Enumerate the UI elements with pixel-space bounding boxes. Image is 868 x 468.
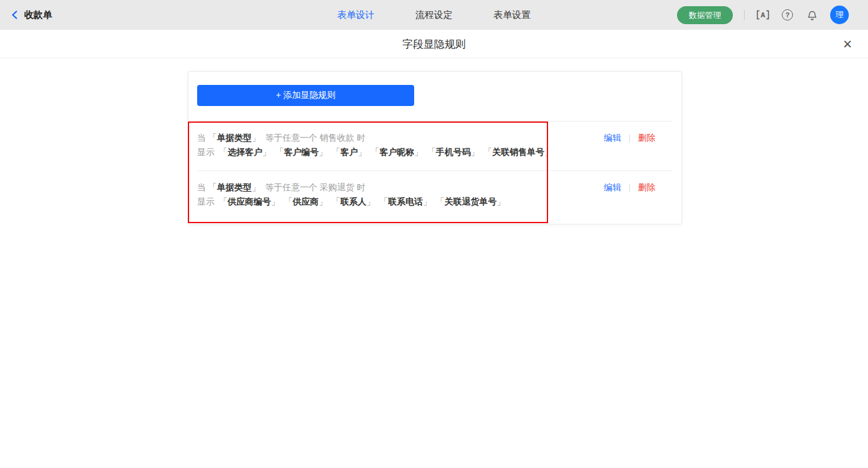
- rule-actions: 编辑 删除: [604, 180, 655, 193]
- card-top: + 添加显隐规则: [188, 72, 681, 121]
- condition-prefix: 当: [197, 182, 208, 192]
- divider: [629, 184, 630, 192]
- bracket: 「: [332, 147, 340, 157]
- document-title: 收款单: [24, 9, 52, 21]
- bracket: 「: [379, 196, 388, 206]
- bracket: 」: [319, 196, 327, 206]
- shown-field: 「选择客户」: [219, 147, 271, 157]
- bracket: 」: [423, 196, 432, 206]
- bracket: 」: [497, 196, 505, 206]
- shown-field: 「关联销售单号」: [484, 147, 553, 157]
- bracket: 「: [427, 147, 436, 157]
- shown-field-name: 客户昵称: [379, 147, 414, 157]
- tab-flow-settings[interactable]: 流程设定: [415, 9, 453, 21]
- shown-field-name: 供应商编号: [228, 196, 271, 206]
- shown-field-name: 手机号码: [436, 147, 471, 157]
- bracket: 」: [319, 147, 327, 157]
- bracket: 」: [471, 147, 479, 157]
- shown-field-name: 客户编号: [284, 147, 319, 157]
- condition-operator-value: 等于任意一个 采购退货 时: [260, 182, 366, 192]
- condition-operator-value: 等于任意一个 销售收款 时: [260, 133, 366, 143]
- modal-title: 字段显隐规则: [402, 37, 466, 51]
- user-avatar[interactable]: 理: [830, 6, 849, 24]
- add-rule-button[interactable]: + 添加显隐规则: [197, 85, 414, 106]
- divider: [629, 135, 630, 143]
- shown-field: 「手机号码」: [427, 147, 479, 157]
- tab-form-design[interactable]: 表单设计: [337, 9, 374, 21]
- close-icon[interactable]: ✕: [843, 38, 852, 50]
- bracket: 」: [252, 133, 260, 143]
- bracket: 「: [484, 147, 492, 157]
- rule-condition-line: 当 「单据类型」 等于任意一个 采购退货 时: [197, 180, 505, 195]
- condition-field-name: 单据类型: [217, 133, 252, 143]
- shown-field-name: 客户: [340, 147, 358, 157]
- shown-field-name: 选择客户: [228, 147, 262, 157]
- rule-row: 当 「单据类型」 等于任意一个 采购退货 时 显示「供应商编号」「供应商」「联系…: [197, 170, 673, 220]
- chevron-left-icon: [10, 10, 20, 20]
- translate-icon[interactable]: A: [756, 8, 769, 22]
- topbar-left: 收款单: [0, 9, 52, 21]
- bracket: 「: [275, 147, 284, 157]
- topbar: 收款单 表单设计 流程设定 表单设置 数据管理 A ? 理: [0, 0, 868, 30]
- bracket: 」: [271, 196, 280, 206]
- bracket: 」: [262, 147, 271, 157]
- rules-card: + 添加显隐规则 当 「单据类型」 等于任意一个 销售收款 时 显示「选择客户」…: [188, 71, 682, 224]
- shown-field: 「客户」: [332, 147, 366, 157]
- rule-show-fields-line: 显示「选择客户」「客户编号」「客户」「客户昵称」「手机号码」「关联销售单号」: [197, 145, 553, 159]
- question-mark-icon: ?: [782, 9, 793, 20]
- bracket: 」: [358, 147, 366, 157]
- notification-bell-icon[interactable]: [805, 8, 819, 22]
- shown-field-name: 供应商: [293, 196, 319, 206]
- rules-list: 当 「单据类型」 等于任意一个 销售收款 时 显示「选择客户」「客户编号」「客户…: [188, 121, 681, 224]
- shown-field: 「供应商编号」: [219, 196, 280, 206]
- shown-field: 「供应商」: [284, 196, 327, 206]
- shown-field: 「联系电话」: [379, 196, 432, 206]
- bracket: 」: [414, 147, 423, 157]
- bracket: 「: [219, 196, 228, 206]
- edit-rule-link[interactable]: 编辑: [604, 182, 621, 193]
- condition-prefix: 当: [197, 133, 208, 143]
- svg-text:A: A: [760, 11, 765, 19]
- shown-field: 「客户编号」: [275, 147, 327, 157]
- show-prefix: 显示: [197, 196, 215, 206]
- delete-rule-link[interactable]: 删除: [638, 133, 655, 144]
- rule-row: 当 「单据类型」 等于任意一个 销售收款 时 显示「选择客户」「客户编号」「客户…: [197, 121, 673, 170]
- edit-rule-link[interactable]: 编辑: [604, 133, 621, 144]
- shown-field: 「客户昵称」: [371, 147, 423, 157]
- rule-condition-line: 当 「单据类型」 等于任意一个 销售收款 时: [197, 131, 553, 145]
- bracket: 」: [252, 182, 260, 192]
- condition-field-name: 单据类型: [217, 182, 252, 192]
- divider: [744, 10, 745, 20]
- shown-field-name: 联系人: [340, 196, 366, 206]
- shown-field-name: 关联退货单号: [445, 196, 497, 206]
- rule-description: 当 「单据类型」 等于任意一个 销售收款 时 显示「选择客户」「客户编号」「客户…: [197, 131, 553, 159]
- rule-actions: 编辑 删除: [604, 131, 655, 144]
- show-prefix: 显示: [197, 147, 215, 157]
- delete-rule-link[interactable]: 删除: [638, 182, 655, 193]
- bracket: 「: [208, 182, 217, 192]
- back-button[interactable]: [10, 10, 20, 20]
- shown-field-name: 关联销售单号: [492, 147, 544, 157]
- help-icon[interactable]: ?: [781, 8, 794, 22]
- topbar-tabs: 表单设计 流程设定 表单设置: [337, 0, 531, 30]
- bracket: 「: [208, 133, 217, 143]
- shown-field-name: 联系电话: [388, 196, 423, 206]
- shown-field: 「联系人」: [332, 196, 375, 206]
- bracket: 「: [284, 196, 293, 206]
- shown-field: 「关联退货单号」: [436, 196, 505, 206]
- bracket: 「: [436, 196, 445, 206]
- bracket: 」: [544, 147, 553, 157]
- bracket: 「: [371, 147, 379, 157]
- rule-show-fields-line: 显示「供应商编号」「供应商」「联系人」「联系电话」「关联退货单号」: [197, 195, 505, 209]
- data-manage-button[interactable]: 数据管理: [677, 6, 733, 24]
- bracket: 「: [332, 196, 340, 206]
- rule-description: 当 「单据类型」 等于任意一个 采购退货 时 显示「供应商编号」「供应商」「联系…: [197, 180, 505, 209]
- topbar-right: 数据管理 A ? 理: [677, 6, 868, 24]
- tab-form-settings[interactable]: 表单设置: [494, 9, 531, 21]
- bracket: 「: [219, 147, 228, 157]
- modal-header: 字段显隐规则 ✕: [0, 30, 868, 58]
- bracket: 」: [366, 196, 375, 206]
